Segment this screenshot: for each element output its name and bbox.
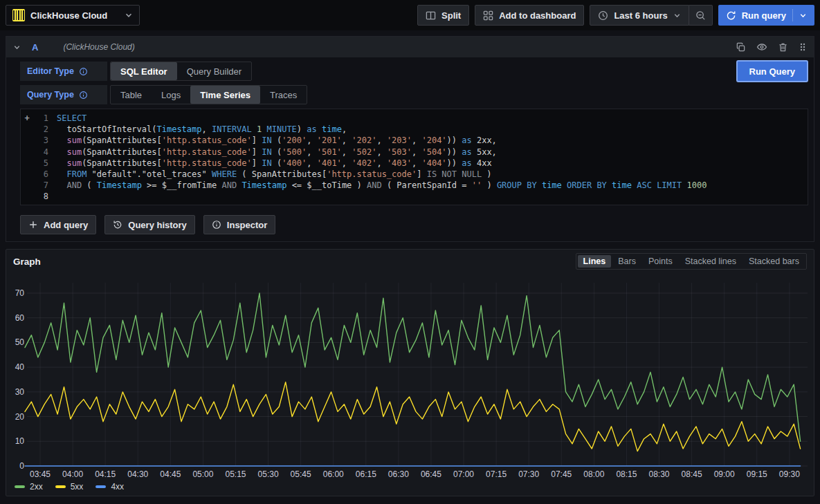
delete-query-trash-icon[interactable] [778,42,788,53]
query-history-button[interactable]: Query history [104,215,195,234]
run-query-label: Run query [742,10,786,21]
svg-text:50: 50 [15,337,25,347]
query-type-label: Query Type [20,85,107,104]
svg-text:03:45: 03:45 [30,469,51,479]
graph-mode-stacked-lines[interactable]: Stacked lines [680,255,742,268]
graph-mode-bars[interactable]: Bars [612,255,641,268]
toolbar-actions: Split Add to dashboard Last 6 hours [417,5,814,26]
add-query-button[interactable]: Add query [20,215,96,234]
query-type-option-table[interactable]: Table [111,86,152,104]
chevron-down-icon [673,12,681,19]
svg-text:10: 10 [15,436,25,446]
svg-text:05:30: 05:30 [258,469,279,479]
info-icon[interactable] [79,67,88,76]
query-footer: Add queryQuery historyInspector [6,205,814,241]
collapse-chevron-icon[interactable] [13,44,21,51]
editor-type-segmented: SQL EditorQuery Builder [110,62,252,81]
query-type-option-time-series[interactable]: Time Series [190,86,260,104]
graph-mode-stacked-bars[interactable]: Stacked bars [743,255,805,268]
svg-text:20: 20 [15,412,25,422]
time-range-picker[interactable]: Last 6 hours [590,5,689,26]
gutter [21,169,33,180]
split-icon [426,10,436,21]
code-text: SELECT [48,113,86,124]
button-label: Query history [128,220,187,230]
legend-item-2xx[interactable]: 2xx [15,482,43,492]
query-type-option-traces[interactable]: Traces [260,86,307,104]
split-button[interactable]: Split [417,5,469,26]
svg-text:08:00: 08:00 [583,469,604,479]
inspector-button[interactable]: Inspector [203,215,276,234]
chart-legend: 2xx5xx4xx [6,480,814,496]
hide-query-eye-icon[interactable] [756,41,767,53]
add-to-dashboard-label: Add to dashboard [499,10,576,21]
code-text: sum(SpanAttributes['http.status_code'] I… [48,158,492,169]
line-number: 7 [33,180,48,191]
query-ref-id: A [32,42,38,53]
legend-item-4xx[interactable]: 4xx [95,482,124,492]
query-datasource-hint: (ClickHouse Cloud) [63,42,134,52]
legend-swatch [55,485,66,488]
sql-editor[interactable]: +1SELECT2 toStartOfInterval(Timestamp, I… [20,109,808,205]
clickhouse-logo-icon [12,9,25,21]
code-line: 6 FROM "default"."otel_traces" WHERE ( S… [21,169,808,180]
add-to-dashboard-button[interactable]: Add to dashboard [475,5,584,26]
time-picker-group: Last 6 hours [590,5,712,26]
datasource-picker[interactable]: ClickHouse Cloud [6,5,140,26]
info-icon [212,220,221,230]
run-query-button[interactable]: Run query [718,5,814,26]
legend-label: 2xx [30,482,43,492]
graph-mode-points[interactable]: Points [643,255,678,268]
gutter [21,135,33,146]
gutter [21,158,33,169]
graph-panel: Graph LinesBarsPointsStacked linesStacke… [6,249,814,496]
refresh-icon [726,10,736,21]
plus-icon [28,220,38,230]
query-body: Editor Type SQL EditorQuery Builder Run … [6,57,814,205]
time-range-label: Last 6 hours [614,10,667,21]
history-icon [113,220,122,230]
duplicate-query-icon[interactable] [736,42,746,53]
divider [792,9,793,21]
add-line-icon[interactable]: + [21,113,33,124]
svg-text:04:45: 04:45 [160,469,181,479]
graph-panel-title: Graph [13,256,41,267]
button-label: Inspector [227,220,268,230]
query-type-option-logs[interactable]: Logs [152,86,190,104]
gutter [21,180,33,191]
editor-type-option-query-builder[interactable]: Query Builder [177,62,251,80]
svg-text:06:00: 06:00 [323,469,344,479]
code-line: 7 AND ( Timestamp >= $__fromTime AND Tim… [21,180,808,191]
drag-handle-icon[interactable] [799,42,807,52]
svg-text:04:30: 04:30 [127,469,148,479]
svg-text:06:45: 06:45 [421,469,441,479]
svg-text:05:00: 05:00 [192,469,213,479]
svg-text:06:15: 06:15 [356,469,376,479]
code-text: sum(SpanAttributes['http.status_code'] I… [48,147,497,158]
code-line: +1SELECT [21,113,808,124]
svg-text:09:30: 09:30 [779,469,800,479]
code-text: AND ( Timestamp >= $__fromTime AND Times… [48,180,707,191]
line-number: 5 [33,158,48,169]
query-row-header[interactable]: A (ClickHouse Cloud) [6,37,814,57]
svg-text:07:15: 07:15 [486,469,507,479]
legend-item-5xx[interactable]: 5xx [55,482,84,492]
svg-text:04:00: 04:00 [62,469,83,479]
svg-text:30: 30 [15,387,25,397]
legend-label: 5xx [71,482,84,492]
info-icon[interactable] [79,91,88,100]
editor-type-option-sql-editor[interactable]: SQL Editor [111,62,177,80]
dashboard-grid-icon [483,10,493,21]
graph-mode-lines[interactable]: Lines [578,255,612,268]
line-number: 3 [33,135,48,146]
legend-swatch [95,485,106,488]
code-line: 3 sum(SpanAttributes['http.status_code']… [21,135,808,146]
svg-text:60: 60 [15,313,25,323]
line-number: 8 [33,191,48,202]
svg-text:08:45: 08:45 [682,469,702,479]
zoom-out-button[interactable] [689,5,713,26]
code-text: toStartOfInterval(Timestamp, INTERVAL 1 … [48,124,347,135]
gutter [21,147,33,158]
run-query-panel-button[interactable]: Run Query [736,60,808,82]
code-line: 5 sum(SpanAttributes['http.status_code']… [21,158,808,169]
